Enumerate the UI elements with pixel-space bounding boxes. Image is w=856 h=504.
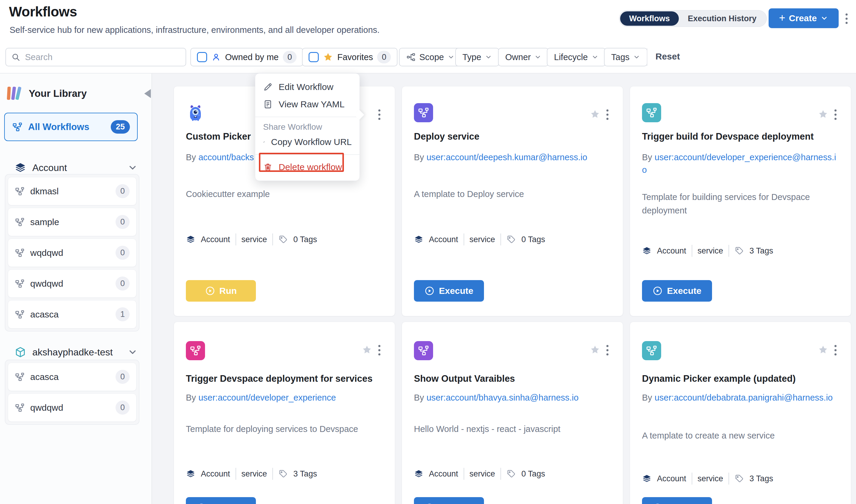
- workflow-card-dynamic-picker[interactable]: Dynamic Picker example (updated) By user…: [630, 322, 851, 504]
- search-box[interactable]: [5, 48, 186, 66]
- layers-icon: [186, 235, 195, 244]
- card-kebab-menu-icon[interactable]: [376, 109, 382, 121]
- owner-dropdown[interactable]: Owner: [498, 48, 549, 66]
- author-link[interactable]: user:account/developer_experience@harnes…: [642, 152, 836, 175]
- sidebar-group-account[interactable]: Account: [14, 162, 138, 174]
- all-workflows-count-badge: 25: [111, 120, 130, 133]
- item-label: acasca: [30, 372, 59, 382]
- search-input[interactable]: [24, 52, 180, 62]
- execute-button[interactable]: Execute: [642, 497, 712, 504]
- execute-button[interactable]: Execute: [186, 497, 256, 504]
- workflow-card-trigger-build-devspace[interactable]: Trigger build for Devspace deployment By…: [630, 86, 851, 316]
- workflow-card-deploy-service[interactable]: Deploy service By user:account/deepesh.k…: [402, 86, 623, 316]
- tab-execution-history[interactable]: Execution History: [679, 11, 766, 26]
- menu-item-view-raw-yaml[interactable]: View Raw YAML: [255, 96, 359, 113]
- author-link[interactable]: user:account/deepesh.kumar@harness.io: [427, 152, 587, 162]
- sidebar-item-acasca-2[interactable]: acasca 0: [8, 363, 136, 391]
- menu-item-copy-workflow-url[interactable]: Copy Workflow URL: [255, 133, 359, 151]
- author-link[interactable]: user:account/debabrata.panigrahi@harness…: [654, 393, 833, 402]
- type-label: Type: [462, 52, 481, 62]
- play-icon: [424, 286, 434, 296]
- org-icon: [15, 309, 25, 320]
- sidebar-item-acasca[interactable]: acasca 1: [8, 300, 136, 328]
- author-link[interactable]: user:account/developer_experience: [199, 393, 336, 402]
- card-description: A template to Deploy service: [414, 187, 609, 201]
- workflow-card-show-output-varaibles[interactable]: Show Output Varaibles By user:account/bh…: [402, 322, 623, 504]
- create-button[interactable]: + Create: [769, 8, 839, 28]
- layers-icon: [14, 162, 26, 174]
- org-icon: [15, 403, 25, 413]
- run-button-label: Run: [219, 286, 237, 296]
- library-icon: [6, 87, 22, 101]
- by-label: By: [642, 152, 652, 162]
- sidebar-item-all-workflows[interactable]: All Workflows 25: [4, 113, 138, 141]
- page-kebab-menu-icon[interactable]: [843, 13, 850, 24]
- tag-icon: [735, 246, 744, 256]
- menu-item-delete-workflow[interactable]: Delete workflow: [255, 159, 359, 176]
- sidebar-item-dkmasl[interactable]: dkmasl 0: [8, 177, 136, 205]
- sidebar-group-akshayphadke-test[interactable]: akshayphadke-test: [14, 346, 138, 358]
- reset-filters-button[interactable]: Reset: [655, 51, 680, 61]
- execute-button-label: Execute: [211, 503, 245, 504]
- card-kebab-menu-icon[interactable]: [832, 109, 838, 121]
- sidebar-item-sample[interactable]: sample 0: [8, 208, 136, 236]
- all-workflows-label: All Workflows: [28, 122, 89, 132]
- account-items-group: dkmasl 0 sample 0 wqdqwd 0 qwdqwd 0 acas…: [5, 174, 139, 331]
- tag-icon: [278, 469, 288, 479]
- execute-button[interactable]: Execute: [642, 280, 712, 302]
- menu-section-share-workflow: Share Workflow: [255, 121, 359, 133]
- card-title: Show Output Varaibles: [414, 373, 612, 384]
- execute-button[interactable]: Execute: [414, 280, 484, 302]
- tab-workflows[interactable]: Workflows: [620, 11, 679, 26]
- favorites-checkbox[interactable]: [309, 52, 319, 62]
- lifecycle-dropdown[interactable]: Lifecycle: [547, 48, 606, 66]
- card-kebab-menu-icon[interactable]: [832, 344, 838, 356]
- sidebar-item-wqdqwd[interactable]: wqdqwd 0: [8, 238, 136, 267]
- tag-icon: [507, 469, 516, 479]
- card-kebab-menu-icon[interactable]: [376, 344, 382, 356]
- workflow-icon: [642, 103, 661, 122]
- execute-button[interactable]: Execute: [414, 497, 484, 504]
- favorite-star-icon[interactable]: [818, 345, 828, 355]
- card-footer: Account service 3 Tags: [642, 473, 773, 485]
- favorite-star-icon[interactable]: [590, 109, 600, 119]
- tag-icon: [278, 235, 288, 244]
- card-title: Trigger build for Devspace deployment: [642, 131, 840, 142]
- org-icon: [15, 248, 25, 258]
- sidebar-item-qwdqwd[interactable]: qwdqwd 0: [8, 269, 136, 298]
- author-link[interactable]: account/backs: [199, 152, 254, 162]
- sidebar-item-qwdqwd-2[interactable]: qwdqwd 0: [8, 393, 136, 422]
- akshayphadke-test-items-group: acasca 0 qwdqwd 0: [5, 360, 139, 425]
- owned-by-me-filter[interactable]: Owned by me 0: [190, 48, 303, 66]
- card-scope: Account: [657, 474, 686, 483]
- filter-divider: [647, 49, 647, 66]
- item-label: wqdqwd: [30, 248, 63, 258]
- monster-icon: [186, 103, 205, 122]
- type-dropdown[interactable]: Type: [455, 48, 499, 66]
- tags-dropdown[interactable]: Tags: [604, 48, 647, 66]
- author-link[interactable]: user:account/bhavya.sinha@harness.io: [427, 393, 579, 402]
- card-kebab-menu-icon[interactable]: [604, 109, 610, 121]
- sidebar-collapse-icon[interactable]: [144, 89, 151, 98]
- favorites-label: Favorites: [337, 52, 373, 62]
- run-button[interactable]: Run: [186, 280, 256, 302]
- item-count-badge: 0: [116, 276, 130, 291]
- card-kebab-menu-icon[interactable]: [604, 344, 610, 356]
- document-icon: [263, 100, 273, 109]
- menu-item-label: Copy Workflow URL: [271, 137, 352, 147]
- menu-item-edit-workflow[interactable]: Edit Workflow: [255, 78, 359, 96]
- owned-by-me-checkbox[interactable]: [197, 52, 207, 62]
- card-type: service: [241, 235, 267, 244]
- workflow-card-trigger-devspace-services[interactable]: Trigger Devspace deployment for services…: [174, 322, 395, 504]
- favorites-filter[interactable]: Favorites 0: [302, 48, 397, 66]
- item-label: qwdqwd: [30, 278, 63, 289]
- favorite-star-icon[interactable]: [362, 345, 372, 355]
- favorite-star-icon[interactable]: [590, 345, 600, 355]
- owner-label: Owner: [505, 52, 531, 62]
- scope-dropdown[interactable]: Scope: [399, 48, 462, 66]
- by-label: By: [414, 152, 424, 162]
- favorite-star-icon[interactable]: [818, 109, 828, 119]
- page-subtitle: Self-service hub for new applications, i…: [10, 25, 379, 35]
- workflow-icon: [414, 103, 433, 122]
- card-tags: 3 Tags: [293, 469, 317, 479]
